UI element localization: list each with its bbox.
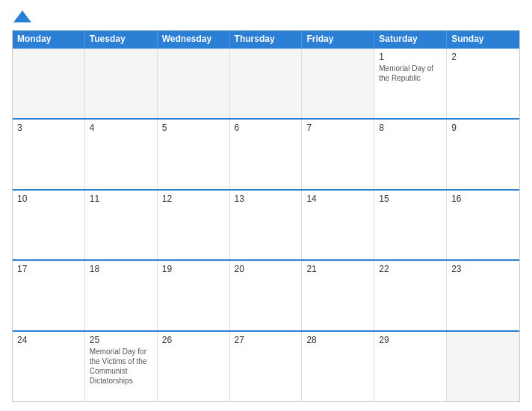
day-number: 26	[162, 335, 225, 345]
cal-cell: 7	[302, 120, 374, 189]
calendar: MondayTuesdayWednesdayThursdayFridaySatu…	[12, 30, 520, 402]
day-number: 29	[379, 335, 442, 345]
cal-cell: 9	[447, 120, 519, 189]
day-number: 2	[451, 52, 515, 62]
day-number: 15	[379, 194, 442, 204]
cal-cell: 6	[230, 120, 303, 189]
day-number: 9	[451, 123, 515, 133]
day-number: 8	[379, 123, 442, 133]
page: MondayTuesdayWednesdayThursdayFridaySatu…	[0, 0, 532, 411]
header-cell-thursday: Thursday	[230, 31, 303, 47]
cal-cell: 21	[302, 261, 374, 330]
cal-cell: 22	[374, 261, 447, 330]
day-number: 14	[306, 194, 369, 204]
cal-cell: 10	[13, 191, 85, 260]
header-cell-friday: Friday	[302, 31, 374, 47]
cal-cell: 26	[158, 332, 230, 401]
cal-cell: 18	[85, 261, 158, 330]
day-number: 27	[235, 335, 297, 345]
cal-cell	[85, 49, 158, 118]
cal-cell	[302, 49, 374, 118]
cal-cell: 5	[158, 120, 230, 189]
day-number: 24	[17, 335, 80, 345]
header-cell-sunday: Sunday	[447, 31, 519, 47]
day-number: 19	[162, 264, 225, 274]
cal-cell: 1Memorial Day of the Republic	[374, 49, 447, 118]
day-number: 21	[306, 264, 369, 274]
cal-cell: 13	[230, 191, 303, 260]
day-number: 20	[235, 264, 297, 274]
cal-cell: 17	[13, 261, 85, 330]
cal-cell	[447, 332, 519, 401]
cal-cell: 20	[230, 261, 303, 330]
cal-cell: 28	[302, 332, 374, 401]
header-cell-tuesday: Tuesday	[85, 31, 158, 47]
day-number: 23	[451, 264, 515, 274]
day-number: 16	[451, 194, 515, 204]
cal-cell: 14	[302, 191, 374, 260]
holiday-label: Memorial Day for the Victims of the Comm…	[90, 347, 152, 386]
logo	[12, 9, 33, 24]
header-cell-monday: Monday	[13, 31, 85, 47]
cal-cell: 15	[374, 191, 447, 260]
cal-cell: 25Memorial Day for the Victims of the Co…	[85, 332, 158, 401]
day-number: 17	[17, 264, 80, 274]
day-number: 28	[306, 335, 369, 345]
cal-cell	[13, 49, 85, 118]
cal-cell: 12	[158, 191, 230, 260]
day-number: 7	[306, 123, 369, 133]
svg-marker-0	[13, 10, 31, 22]
day-number: 11	[90, 194, 152, 204]
holiday-label: Memorial Day of the Republic	[379, 64, 442, 83]
calendar-header: MondayTuesdayWednesdayThursdayFridaySatu…	[13, 31, 519, 47]
week-row-2: 3456789	[13, 118, 519, 189]
cal-cell: 11	[85, 191, 158, 260]
day-number: 12	[162, 194, 225, 204]
cal-cell: 4	[85, 120, 158, 189]
day-number: 22	[379, 264, 442, 274]
cal-cell	[230, 49, 303, 118]
cal-cell: 27	[230, 332, 303, 401]
day-number: 4	[90, 123, 152, 133]
day-number: 1	[379, 52, 442, 62]
cal-cell: 3	[13, 120, 85, 189]
cal-cell: 23	[447, 261, 519, 330]
week-row-3: 10111213141516	[13, 189, 519, 260]
day-number: 5	[162, 123, 225, 133]
cal-cell: 8	[374, 120, 447, 189]
week-row-5: 2425Memorial Day for the Victims of the …	[13, 330, 519, 401]
day-number: 10	[17, 194, 80, 204]
day-number: 13	[235, 194, 297, 204]
calendar-body: 1Memorial Day of the Republic23456789101…	[13, 47, 519, 401]
cal-cell: 16	[447, 191, 519, 260]
cal-cell: 2	[447, 49, 519, 118]
cal-cell	[158, 49, 230, 118]
header-cell-wednesday: Wednesday	[158, 31, 230, 47]
header	[12, 9, 520, 24]
day-number: 3	[17, 123, 80, 133]
cal-cell: 19	[158, 261, 230, 330]
week-row-4: 17181920212223	[13, 259, 519, 330]
day-number: 6	[235, 123, 297, 133]
header-cell-saturday: Saturday	[374, 31, 447, 47]
cal-cell: 29	[374, 332, 447, 401]
logo-icon	[12, 9, 33, 24]
day-number: 18	[90, 264, 152, 274]
week-row-1: 1Memorial Day of the Republic2	[13, 47, 519, 118]
day-number: 25	[90, 335, 152, 345]
cal-cell: 24	[13, 332, 85, 401]
